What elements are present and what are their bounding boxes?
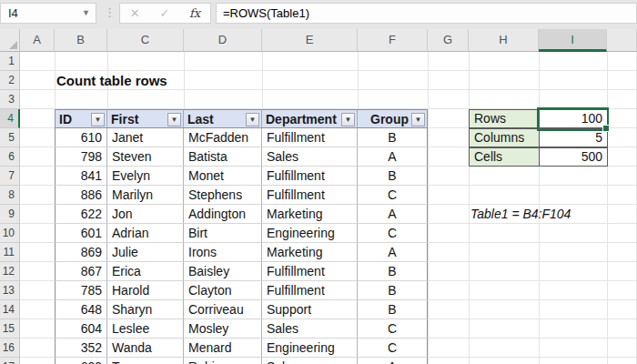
column-header-D[interactable]: D	[184, 29, 262, 52]
table-cell-C14[interactable]: Sharyn	[107, 300, 184, 319]
formula-input[interactable]: =ROWS(Table1)	[216, 3, 637, 24]
table-cell-F12[interactable]: B	[358, 262, 428, 281]
row-header-10[interactable]: 10	[0, 224, 20, 243]
column-header-C[interactable]: C	[107, 29, 184, 52]
table-cell-F11[interactable]: A	[358, 243, 428, 262]
cell-I5[interactable]: 5	[539, 128, 608, 147]
chevron-down-icon[interactable]: ▼	[82, 4, 90, 23]
table-cell-B11[interactable]: 869	[55, 243, 107, 262]
filter-button-first[interactable]: ▼	[167, 113, 181, 126]
table-cell-C8[interactable]: Marilyn	[107, 186, 184, 205]
table-cell-E6[interactable]: Sales	[262, 147, 358, 167]
table-cell-E17[interactable]: Sales	[262, 358, 358, 364]
table-cell-D10[interactable]: Birt	[184, 224, 262, 243]
table-cell-E5[interactable]: Fulfillment	[262, 128, 358, 147]
table-cell-D17[interactable]: Robinson	[184, 358, 262, 364]
filter-button-last[interactable]: ▼	[246, 113, 259, 126]
table-cell-B8[interactable]: 886	[55, 186, 107, 205]
table-cell-D11[interactable]: Irons	[184, 243, 262, 262]
table-header-first[interactable]: First▼	[107, 109, 184, 128]
table-cell-E7[interactable]: Fulfillment	[262, 167, 358, 186]
table-cell-E16[interactable]: Engineering	[262, 339, 358, 358]
table-cell-C16[interactable]: Wanda	[107, 339, 184, 358]
table-cell-C17[interactable]: Tammy	[107, 358, 184, 364]
column-header-G[interactable]: G	[428, 29, 469, 52]
column-header-B[interactable]: B	[55, 29, 107, 52]
table-cell-B5[interactable]: 610	[55, 128, 107, 147]
column-header-E[interactable]: E	[262, 29, 358, 52]
table-cell-B16[interactable]: 352	[55, 339, 107, 358]
table-cell-F10[interactable]: C	[358, 224, 428, 243]
table-cell-F9[interactable]: A	[358, 205, 428, 224]
table-cell-C13[interactable]: Harold	[107, 281, 184, 300]
cell-H5[interactable]: Columns	[469, 128, 540, 147]
row-header-14[interactable]: 14	[0, 300, 20, 319]
row-header-15[interactable]: 15	[0, 319, 20, 339]
fill-handle[interactable]	[602, 125, 610, 132]
filter-button-group[interactable]: ▼	[411, 113, 425, 126]
table-cell-D6[interactable]: Batista	[184, 147, 262, 167]
table-cell-E14[interactable]: Support	[262, 300, 358, 319]
table-cell-E11[interactable]: Marketing	[262, 243, 358, 262]
table-cell-B7[interactable]: 841	[55, 167, 107, 186]
row-header-2[interactable]: 2	[0, 71, 20, 90]
table-cell-F15[interactable]: C	[358, 319, 428, 339]
table-cell-D16[interactable]: Menard	[184, 339, 262, 358]
insert-function-icon[interactable]: fx	[189, 6, 200, 20]
filter-button-id[interactable]: ▼	[91, 113, 105, 126]
cell-H6[interactable]: Cells	[469, 147, 540, 167]
table-cell-E10[interactable]: Engineering	[262, 224, 358, 243]
table-cell-F14[interactable]: B	[358, 300, 428, 319]
table-cell-F8[interactable]: C	[358, 186, 428, 205]
table-header-group[interactable]: Group▼	[358, 109, 428, 128]
row-header-12[interactable]: 12	[0, 262, 20, 281]
table-cell-C15[interactable]: Leslee	[107, 319, 184, 339]
table-cell-D5[interactable]: McFadden	[184, 128, 262, 147]
table-cell-F5[interactable]: B	[358, 128, 428, 147]
table-cell-B12[interactable]: 867	[55, 262, 107, 281]
row-header-16[interactable]: 16	[0, 339, 20, 358]
table-cell-B6[interactable]: 798	[55, 147, 107, 167]
filter-button-department[interactable]: ▼	[341, 113, 355, 126]
table-cell-E8[interactable]: Fulfillment	[262, 186, 358, 205]
column-header-I[interactable]: I	[539, 29, 607, 52]
table-cell-C7[interactable]: Evelyn	[107, 167, 184, 186]
table-cell-B15[interactable]: 604	[55, 319, 107, 339]
row-header-6[interactable]: 6	[0, 147, 20, 167]
row-header-8[interactable]: 8	[0, 186, 20, 205]
table-cell-E15[interactable]: Sales	[262, 319, 358, 339]
table-cell-C10[interactable]: Adrian	[107, 224, 184, 243]
name-box[interactable]: I4 ▼	[0, 3, 96, 24]
table-cell-B17[interactable]: 609	[55, 358, 107, 364]
table-cell-C5[interactable]: Janet	[107, 128, 184, 147]
table-cell-D9[interactable]: Addington	[184, 205, 262, 224]
table-cell-D7[interactable]: Monet	[184, 167, 262, 186]
table-cell-F17[interactable]: A	[358, 358, 428, 364]
table-cell-F6[interactable]: A	[358, 147, 428, 167]
cancel-icon[interactable]: ✕	[130, 6, 140, 20]
cell-I6[interactable]: 500	[539, 147, 608, 167]
table-cell-E13[interactable]: Fulfillment	[262, 281, 358, 300]
row-header-1[interactable]: 1	[0, 52, 20, 71]
table-cell-C11[interactable]: Julie	[107, 243, 184, 262]
table-cell-F16[interactable]: C	[358, 339, 428, 358]
cell-H4[interactable]: Rows	[469, 109, 540, 128]
row-header-4[interactable]: 4	[0, 109, 20, 128]
table-header-last[interactable]: Last▼	[184, 109, 262, 128]
table-header-id[interactable]: ID▼	[55, 109, 107, 128]
table-cell-F13[interactable]: B	[358, 281, 428, 300]
row-header-7[interactable]: 7	[0, 167, 20, 186]
row-header-17[interactable]: 17	[0, 358, 20, 364]
table-cell-C6[interactable]: Steven	[107, 147, 184, 167]
table-cell-C9[interactable]: Jon	[107, 205, 184, 224]
table-cell-D14[interactable]: Corriveau	[184, 300, 262, 319]
table-cell-D13[interactable]: Clayton	[184, 281, 262, 300]
table-cell-D15[interactable]: Mosley	[184, 319, 262, 339]
column-header-H[interactable]: H	[469, 29, 539, 52]
select-all-button[interactable]	[0, 29, 20, 52]
table-header-department[interactable]: Department▼	[262, 109, 358, 128]
table-cell-B10[interactable]: 601	[55, 224, 107, 243]
table-cell-C12[interactable]: Erica	[107, 262, 184, 281]
column-header-A[interactable]: A	[20, 29, 55, 52]
row-header-11[interactable]: 11	[0, 243, 20, 262]
